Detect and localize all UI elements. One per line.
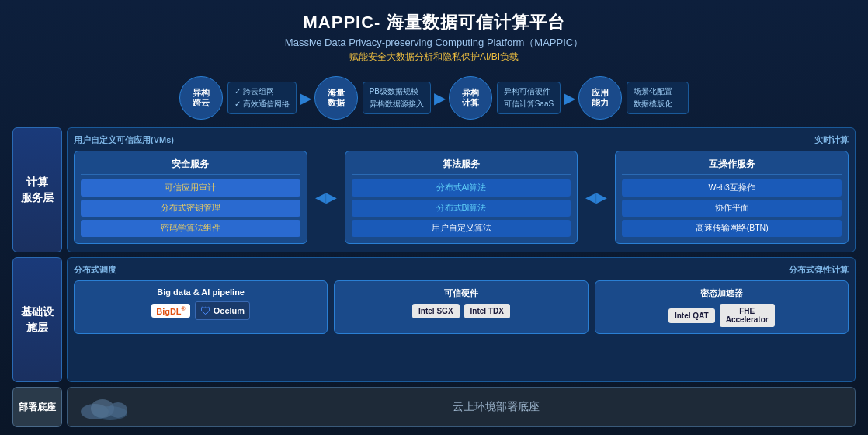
cloud-icon (75, 393, 137, 421)
arrow-h-1: ◀▶ (314, 151, 339, 244)
feature-bubble-4: 应用能力 (578, 76, 622, 120)
feature-desc-1: ✓ 跨云组网✓ 高效通信网络 (227, 82, 297, 114)
header-desc: 赋能安全大数据分析和隐私保护AI/BI负载 (12, 50, 856, 64)
security-service-title: 安全服务 (81, 158, 300, 175)
feature-desc-2: PB级数据规模异构数据源接入 (363, 82, 431, 114)
compute-layer-label: 计算服务层 (12, 127, 62, 252)
bigdl-text: BigDL® (156, 306, 186, 316)
header: MAPPIC- 海量数据可信计算平台 Massive Data Privacy-… (12, 8, 856, 68)
security-item-1: 可信应用审计 (81, 179, 300, 197)
compute-section-left: 用户自定义可信应用(VMs) (74, 134, 174, 146)
arrow-2: ▶ (434, 89, 446, 107)
arrow-h-2: ◀▶ (584, 151, 609, 244)
feature-item-2: 海量数据 PB级数据规模异构数据源接入 (314, 76, 431, 120)
security-service-box: 安全服务 可信应用审计 分布式密钥管理 密码学算法组件 (74, 151, 307, 244)
occlum-shield-icon: 🛡 (200, 304, 211, 317)
services-row: 安全服务 可信应用审计 分布式密钥管理 密码学算法组件 ◀▶ 算法服务 分布式A… (74, 151, 849, 244)
arrow-1: ▶ (300, 89, 311, 107)
algorithm-service-items: 分布式AI算法 分布式BI算法 用户自定义算法 (352, 179, 571, 237)
feature-item-1: 异构跨云 ✓ 跨云组网✓ 高效通信网络 (179, 76, 297, 120)
interop-item-3: 高速传输网络(BTN) (622, 220, 842, 237)
accel-title: 密态加速器 (602, 287, 842, 299)
subtitle: Massive Data Privacy-preserving Computin… (12, 36, 856, 50)
feature-bubble-3: 异构计算 (449, 76, 492, 120)
feature-item-4: 应用能力 场景化配置数据模版化 (578, 76, 689, 120)
algorithm-item-1: 分布式AI算法 (352, 179, 571, 197)
infra-boxes: Big data & AI pipeline BigDL® 🛡 Occlum (74, 280, 849, 334)
algorithm-service-title: 算法服务 (352, 158, 571, 175)
occlum-text: Occlum (214, 306, 245, 315)
trusted-hw-box: 可信硬件 Intel SGX Intel TDX (334, 280, 588, 334)
main-container: MAPPIC- 海量数据可信计算平台 Massive Data Privacy-… (0, 0, 868, 435)
arrow-3: ▶ (564, 89, 575, 107)
compute-section-right: 实时计算 (814, 134, 849, 146)
compute-layer: 用户自定义可信应用(VMs) 实时计算 安全服务 可信应用审计 分布式密钥管理 … (67, 127, 856, 252)
infra-header-row: 分布式调度 分布式弹性计算 (74, 264, 849, 276)
interop-service-items: Web3互操作 协作平面 高速传输网络(BTN) (622, 179, 842, 237)
intel-tdx: Intel TDX (464, 304, 510, 318)
fhe-accel: FHEAccelerator (720, 304, 775, 327)
feature-desc-4: 场景化配置数据模版化 (627, 82, 689, 114)
algorithm-item-2: 分布式BI算法 (352, 200, 571, 217)
infra-layer: 分布式调度 分布式弹性计算 Big data & AI pipeline Big… (67, 257, 856, 382)
algorithm-service-box: 算法服务 分布式AI算法 分布式BI算法 用户自定义算法 (345, 151, 578, 244)
interop-item-2: 协作平面 (622, 200, 842, 217)
bigdata-content: BigDL® 🛡 Occlum (81, 301, 321, 320)
infra-section-right: 分布式弹性计算 (789, 264, 849, 276)
security-item-3: 密码学算法组件 (81, 220, 300, 237)
trusted-hw-title: 可信硬件 (341, 287, 581, 299)
content-area: 计算服务层 基础设施层 部署底座 用户自定义可信应用(VMs) 实时计算 安全服… (12, 127, 856, 427)
feature-desc-3: 异构可信硬件可信计算SaaS (497, 82, 561, 114)
left-labels: 计算服务层 基础设施层 部署底座 (12, 127, 62, 427)
accel-box: 密态加速器 Intel QAT FHEAccelerator (595, 280, 849, 334)
intel-sgx: Intel SGX (412, 304, 459, 318)
algorithm-item-3: 用户自定义算法 (352, 220, 571, 237)
feature-bubble-2: 海量数据 (314, 76, 358, 120)
occlum-logo: 🛡 Occlum (195, 301, 250, 320)
infra-layer-label: 基础设施层 (12, 257, 62, 382)
intel-qat: Intel QAT (668, 308, 715, 323)
feature-bubble-1: 异构跨云 (179, 76, 223, 120)
feature-row: 异构跨云 ✓ 跨云组网✓ 高效通信网络 ▶ 海量数据 PB级数据规模异构数据源接… (12, 73, 856, 123)
feature-item-3: 异构计算 异构可信硬件可信计算SaaS (449, 76, 561, 120)
main-title: MAPPIC- 海量数据可信计算平台 (12, 11, 856, 34)
right-main: 用户自定义可信应用(VMs) 实时计算 安全服务 可信应用审计 分布式密钥管理 … (67, 127, 856, 427)
trusted-hw-content: Intel SGX Intel TDX (341, 304, 581, 318)
infra-section-left: 分布式调度 (74, 264, 116, 276)
compute-header-row: 用户自定义可信应用(VMs) 实时计算 (74, 134, 849, 146)
interop-service-title: 互操作服务 (622, 158, 842, 175)
interop-service-box: 互操作服务 Web3互操作 协作平面 高速传输网络(BTN) (615, 151, 849, 244)
bigdata-title: Big data & AI pipeline (81, 287, 321, 297)
interop-item-1: Web3互操作 (622, 179, 842, 197)
security-item-2: 分布式密钥管理 (81, 200, 300, 217)
bigdata-box: Big data & AI pipeline BigDL® 🛡 Occlum (74, 280, 328, 334)
deploy-layer-label: 部署底座 (12, 387, 62, 427)
security-service-items: 可信应用审计 分布式密钥管理 密码学算法组件 (81, 179, 300, 237)
bigdl-logo: BigDL® (151, 304, 190, 318)
svg-point-3 (109, 402, 127, 418)
accel-content: Intel QAT FHEAccelerator (602, 304, 842, 327)
deploy-layer: 云上环境部署底座 (67, 387, 856, 427)
deploy-text: 云上环境部署底座 (145, 400, 847, 414)
